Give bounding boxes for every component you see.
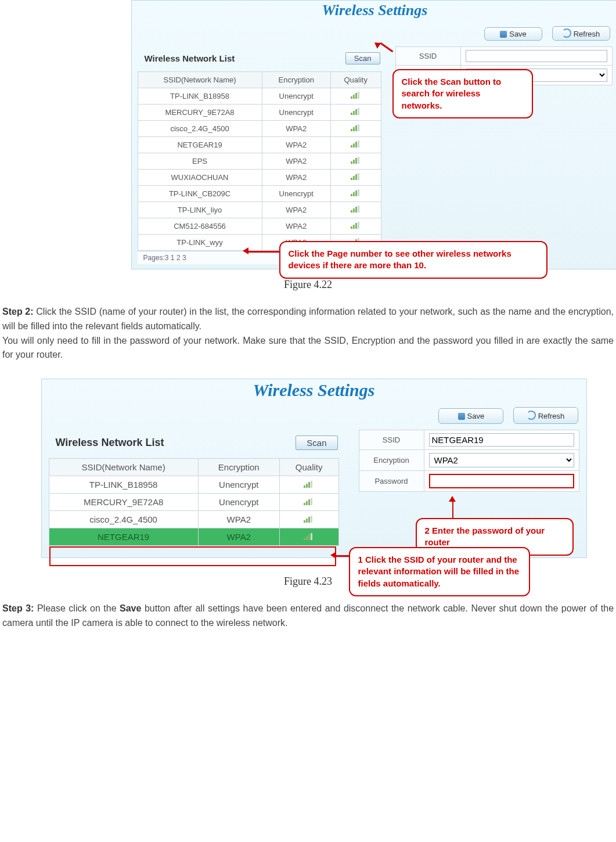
- signal-icon: [351, 157, 361, 164]
- table-row[interactable]: TP-LINK_liyoWPA2: [138, 202, 381, 218]
- cell-quality: [279, 476, 338, 494]
- network-table: SSID(Network Name) Encryption Quality TP…: [138, 71, 381, 251]
- cell-ssid: TP-LINK_B18958: [49, 476, 198, 494]
- signal-icon: [351, 141, 361, 147]
- cell-quality: [330, 105, 381, 121]
- signal-icon: [351, 189, 361, 196]
- cell-quality: [279, 511, 338, 528]
- callout-pager: Click the Page number to see other wirel…: [279, 241, 547, 279]
- ssid-label: SSID: [359, 430, 424, 450]
- ssid-input[interactable]: [466, 50, 607, 62]
- cell-encryption: Unencrypt: [262, 88, 330, 105]
- refresh-button[interactable]: Refresh: [552, 26, 610, 41]
- cell-quality: [330, 186, 381, 202]
- step2-text: Step 2: Click the SSID (name of your rou…: [0, 305, 616, 362]
- refresh-icon: [527, 411, 536, 420]
- signal-icon: [304, 498, 314, 505]
- save-icon: [500, 31, 507, 38]
- save-button[interactable]: Save: [484, 27, 542, 41]
- table-row[interactable]: TP-LINK_B18958Unencrypt: [138, 88, 381, 105]
- cell-quality: [330, 170, 381, 186]
- column-quality: Quality: [279, 459, 338, 476]
- cell-encryption: WPA2: [198, 528, 279, 546]
- column-ssid: SSID(Network Name): [138, 72, 262, 88]
- cell-ssid: MERCURY_9E72A8: [138, 105, 262, 121]
- encryption-select-2[interactable]: WPA2: [429, 453, 574, 467]
- signal-icon: [304, 533, 314, 540]
- cell-ssid: cisco_2.4G_4500: [138, 121, 262, 137]
- table-row[interactable]: NETGEAR19WPA2: [49, 528, 338, 546]
- table-row[interactable]: TP-LINK_B18958Unencrypt: [49, 476, 338, 494]
- cell-encryption: WPA2: [262, 153, 330, 170]
- callout-scan: Click the Scan button to search for wire…: [392, 69, 533, 118]
- save-button-label: Save: [467, 412, 485, 420]
- refresh-button-label: Refresh: [574, 30, 600, 38]
- cell-ssid: WUXIAOCHUAN: [138, 170, 262, 186]
- column-ssid: SSID(Network Name): [49, 459, 198, 476]
- table-row[interactable]: MERCURY_9E72A8Unencrypt: [138, 105, 381, 121]
- column-encryption: Encryption: [262, 72, 330, 88]
- ssid-label: SSID: [395, 47, 460, 66]
- cell-encryption: WPA2: [262, 137, 330, 153]
- column-quality: Quality: [330, 72, 381, 88]
- table-row[interactable]: EPSWPA2: [138, 153, 381, 170]
- network-list-title: Wireless Network List: [139, 49, 241, 68]
- cell-ssid: MERCURY_9E72A8: [49, 494, 198, 511]
- cell-quality: [279, 528, 338, 546]
- cell-quality: [330, 88, 381, 105]
- signal-icon: [304, 516, 314, 523]
- cell-quality: [330, 137, 381, 153]
- password-label: Password: [359, 471, 424, 492]
- panel-title-2: Wireless Settings: [42, 379, 586, 404]
- save-button-label: Save: [509, 30, 527, 38]
- cell-ssid: TP-LINK_CB209C: [138, 186, 262, 202]
- cell-quality: [330, 218, 381, 235]
- save-button-2[interactable]: Save: [438, 408, 503, 424]
- network-list-title-2: Wireless Network List: [50, 432, 170, 454]
- signal-icon: [351, 173, 361, 180]
- figure-caption-1: Figure 4.22: [0, 279, 616, 291]
- cell-encryption: Unencrypt: [198, 476, 279, 494]
- panel-title: Wireless Settings: [132, 1, 617, 23]
- cell-ssid: NETGEAR19: [49, 528, 198, 546]
- refresh-button-2[interactable]: Refresh: [513, 407, 578, 424]
- scan-button-2[interactable]: Scan: [296, 436, 337, 450]
- encryption-label: Encryption: [359, 450, 424, 471]
- cell-quality: [279, 494, 338, 511]
- signal-icon: [351, 222, 361, 229]
- cell-ssid: CM512-684556: [138, 218, 262, 235]
- cell-ssid: EPS: [138, 153, 262, 170]
- table-row[interactable]: cisco_2.4G_4500WPA2: [138, 121, 381, 137]
- cell-ssid: cisco_2.4G_4500: [49, 511, 198, 528]
- scan-button[interactable]: Scan: [345, 52, 380, 64]
- cell-encryption: WPA2: [262, 218, 330, 235]
- table-row[interactable]: CM512-684556WPA2: [138, 218, 381, 235]
- refresh-icon: [562, 28, 571, 38]
- cell-quality: [330, 202, 381, 218]
- ssid-input-2[interactable]: [429, 433, 574, 447]
- table-row[interactable]: MERCURY_9E72A8Unencrypt: [49, 494, 338, 511]
- signal-icon: [351, 92, 361, 99]
- signal-icon: [351, 124, 361, 131]
- save-icon: [458, 413, 465, 420]
- network-table-2: SSID(Network Name) Encryption Quality TP…: [49, 458, 339, 546]
- password-input[interactable]: [429, 474, 574, 488]
- table-row[interactable]: NETGEAR19WPA2: [138, 137, 381, 153]
- cell-ssid: NETGEAR19: [138, 137, 262, 153]
- table-row[interactable]: cisco_2.4G_4500WPA2: [49, 511, 338, 528]
- refresh-button-label: Refresh: [538, 412, 565, 420]
- cell-encryption: WPA2: [262, 121, 330, 137]
- column-encryption: Encryption: [198, 459, 279, 476]
- cell-encryption: WPA2: [262, 170, 330, 186]
- cell-quality: [330, 153, 381, 170]
- signal-icon: [304, 481, 314, 488]
- callout-click-ssid: 1 Click the SSID of your router and the …: [349, 547, 530, 596]
- cell-encryption: WPA2: [198, 511, 279, 528]
- table-row[interactable]: TP-LINK_CB209CUnencrypt: [138, 186, 381, 202]
- cell-ssid: TP-LINK_B18958: [138, 88, 262, 105]
- cell-encryption: Unencrypt: [262, 105, 330, 121]
- cell-encryption: Unencrypt: [262, 186, 330, 202]
- network-form-2: SSID Encryption WPA2 Password: [359, 430, 579, 492]
- table-row[interactable]: WUXIAOCHUANWPA2: [138, 170, 381, 186]
- cell-ssid: TP-LINK_liyo: [138, 202, 262, 218]
